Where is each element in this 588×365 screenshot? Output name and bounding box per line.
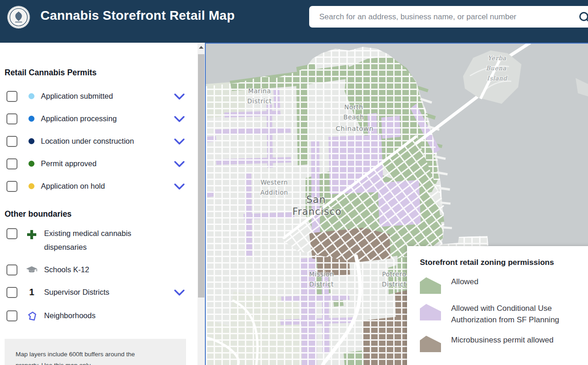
application-processing-checkbox[interactable] (6, 113, 17, 124)
layers-sidebar: Retail Cannabis Permits Application subm… (0, 43, 206, 365)
svg-text:District: District (247, 97, 271, 105)
schools-checkbox[interactable] (6, 264, 17, 275)
conditional-swatch (420, 304, 441, 320)
layer-label: Neighborhoods (44, 309, 96, 323)
svg-text:Western: Western (260, 179, 288, 186)
application-submitted-dot-icon (28, 93, 34, 99)
page-title: Cannabis Storefront Retail Map (40, 8, 235, 23)
search-input[interactable] (309, 6, 588, 28)
legend-label: Allowed with Conditional Use Authorizati… (451, 303, 587, 326)
microbusiness-swatch (420, 336, 441, 352)
polygon-outline-icon (26, 311, 38, 321)
svg-text:District: District (309, 281, 334, 288)
layer-row-permit-approved: Permit approved (0, 152, 198, 175)
chevron-down-icon[interactable] (174, 116, 185, 123)
search-icon[interactable] (578, 11, 588, 24)
scrollbar-thumb[interactable] (198, 54, 204, 298)
location-under-construction-dot-icon (28, 138, 34, 144)
zoning-legend-card: Storefront retail zoning permissions All… (407, 246, 588, 365)
svg-text:Beach: Beach (344, 113, 364, 121)
layer-label: Permit approved (41, 157, 96, 171)
medical-cross-icon (26, 230, 38, 239)
graduation-cap-icon (26, 266, 38, 274)
layer-row-application-processing: Application processing (0, 107, 198, 130)
application-on-hold-checkbox[interactable] (6, 181, 17, 192)
legend-row-microbusiness: Microbusiness permit allowed (420, 335, 588, 352)
layer-label: Schools K-12 (44, 263, 89, 277)
layer-row-application-submitted: Application submitted (0, 85, 198, 107)
layer-row-supervisor-districts: 1 Supervisor Districts (0, 281, 198, 303)
layer-row-location-under-construction: Location under construction (0, 130, 198, 152)
chevron-down-icon[interactable] (174, 161, 185, 168)
legend-row-conditional: Allowed with Conditional Use Authorizati… (420, 303, 588, 326)
svg-text:San: San (306, 194, 326, 205)
svg-text:Yerba: Yerba (488, 55, 506, 62)
app-header: Cannabis Storefront Retail Map (0, 0, 588, 43)
allowed-swatch (420, 277, 441, 294)
cannabis-retail-map-app: Cannabis Storefront Retail Map Retail Ca… (0, 0, 588, 365)
location-under-construction-checkbox[interactable] (6, 136, 17, 147)
scrollbar-up-arrow[interactable] (198, 43, 205, 52)
chevron-down-icon[interactable] (174, 93, 185, 100)
application-on-hold-dot-icon (28, 183, 34, 189)
sf-city-seal-logo (6, 5, 31, 29)
layer-label: Application on hold (41, 180, 105, 193)
chevron-down-icon[interactable] (174, 183, 185, 190)
permit-approved-checkbox[interactable] (6, 158, 17, 169)
layer-row-neighborhoods: Neighborhoods (0, 303, 198, 328)
svg-text:Mission: Mission (309, 270, 334, 278)
note-text: Map layers include 600ft buffers around … (16, 349, 144, 365)
svg-text:North: North (345, 103, 363, 111)
svg-text:District: District (382, 281, 406, 288)
map-disclaimer-note: Map layers include 600ft buffers around … (5, 339, 186, 365)
svg-text:Potrero: Potrero (382, 270, 407, 278)
legend-title: Storefront retail zoning permissions (420, 258, 588, 267)
supervisor-districts-checkbox[interactable] (6, 287, 17, 298)
sidebar-scrollbar[interactable] (198, 43, 205, 365)
chevron-down-icon[interactable] (174, 289, 185, 296)
layer-row-application-on-hold: Application on hold (0, 175, 198, 197)
application-submitted-checkbox[interactable] (6, 91, 17, 102)
svg-text:Marina: Marina (248, 87, 271, 95)
layer-label: Location under construction (41, 135, 134, 148)
svg-text:Francisco: Francisco (292, 206, 341, 217)
permit-approved-dot-icon (28, 161, 34, 167)
neighborhoods-checkbox[interactable] (6, 310, 17, 321)
svg-text:Island: Island (487, 75, 508, 82)
svg-text:Addition: Addition (260, 189, 288, 196)
legend-label: Microbusiness permit allowed (451, 335, 554, 346)
application-processing-dot-icon (28, 116, 34, 122)
chevron-down-icon[interactable] (174, 138, 185, 145)
layer-label: Existing medical cannabis dispensaries (44, 227, 159, 254)
dispensaries-checkbox[interactable] (6, 228, 17, 239)
number-1-icon: 1 (26, 287, 38, 298)
legend-row-allowed: Allowed (420, 276, 588, 294)
svg-text:Chinatown: Chinatown (336, 125, 373, 132)
legend-label: Allowed (451, 276, 479, 288)
layer-label: Application submitted (41, 90, 113, 103)
boundaries-heading: Other boundaries (5, 209, 206, 219)
permits-heading: Retail Cannabis Permits (5, 68, 206, 78)
layer-label: Application processing (41, 112, 117, 126)
search-bar (309, 6, 588, 28)
layer-label: Supervisor Districts (44, 286, 109, 299)
layer-row-dispensaries: Existing medical cannabis dispensaries (0, 226, 198, 258)
svg-text:Buena: Buena (486, 65, 507, 72)
layer-row-schools: Schools K-12 (0, 258, 198, 281)
